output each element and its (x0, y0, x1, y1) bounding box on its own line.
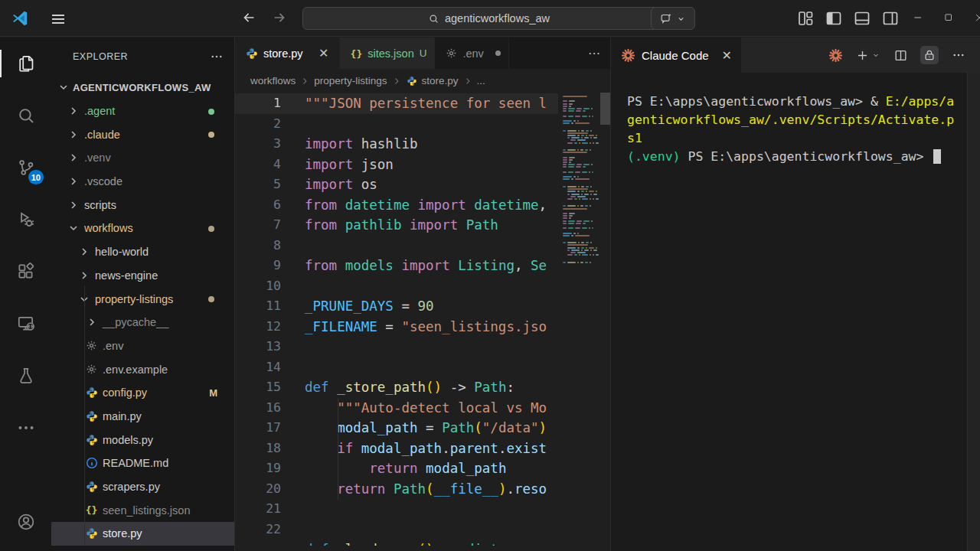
tree-file-.env[interactable]: .env (51, 334, 234, 358)
window-close-button[interactable] (971, 9, 980, 26)
breadcrumb[interactable]: workflowsproperty-listingsstore.py... (235, 69, 610, 93)
tree-file-store.py[interactable]: store.py (51, 522, 234, 546)
go-back-button[interactable] (240, 9, 257, 26)
activity-item-more-views[interactable] (0, 402, 51, 454)
copilot-menu-button[interactable] (651, 7, 695, 30)
tree-folder-scripts[interactable]: scripts (51, 193, 234, 217)
chevron-collapsed-icon (67, 129, 80, 141)
tree-folder-news-engine[interactable]: news-engine (51, 264, 234, 288)
breadcrumb-item[interactable]: ... (477, 75, 485, 86)
tree-folder-property-listings[interactable]: property-listings (51, 287, 234, 311)
minimap-line (563, 205, 607, 207)
remote-icon (16, 314, 36, 334)
editor-tab--env[interactable]: .env (435, 37, 508, 69)
window-maximize-button[interactable] (940, 9, 957, 26)
tree-folder-hello-world[interactable]: hello-world (51, 240, 234, 264)
activity-item-testing[interactable] (0, 350, 51, 402)
code-line-23[interactable]: def _load_seen() -> dict: (235, 540, 558, 546)
code-line-17[interactable]: 17 modal_path = Path("/data") (235, 418, 558, 439)
code-line-12[interactable]: 12_FILENAME = "seen_listings.jso (235, 317, 558, 337)
activity-item-search[interactable] (0, 90, 51, 142)
editor-tab-store-py[interactable]: store.py✕ (235, 37, 340, 69)
tree-file-scrapers.py[interactable]: scrapers.py (51, 475, 234, 499)
explorer-more-actions-button[interactable] (210, 50, 224, 64)
code-line-11[interactable]: 11_PRUNE_DAYS = 90 (235, 296, 558, 317)
split-editor-button[interactable] (891, 46, 910, 64)
code-line-7[interactable]: 7from pathlib import Path (235, 215, 558, 236)
tree-folder-agenticworkflows_aw[interactable]: AGENTICWORKFLOWS_AW (51, 76, 234, 99)
tree-item-label: .vscode (84, 175, 122, 187)
chevron-expanded-icon (67, 222, 80, 234)
tree-indent-guide (84, 285, 85, 544)
terminal-output[interactable]: PS E:\apps\agenticworkflows_aw> & E:/app… (611, 73, 980, 551)
tab-overflow-button[interactable]: ⋯ (588, 37, 610, 69)
code-line-15[interactable]: 15def _store_path() -> Path: (235, 377, 558, 398)
customize-layout-button[interactable] (796, 9, 815, 28)
line-number: 20 (235, 479, 281, 500)
code-line-16[interactable]: 16 """Auto-detect local vs Mo (235, 398, 558, 419)
activity-item-remote[interactable] (0, 298, 51, 350)
panel-header: Claude Code ✕ (611, 37, 980, 73)
tree-folder-.vscode[interactable]: .vscode (51, 170, 234, 194)
code-line-19[interactable]: 19 return modal_path (235, 458, 558, 479)
editor-tab-sites-json[interactable]: {}sites.jsonU (340, 37, 436, 69)
lock-button[interactable] (920, 46, 939, 64)
code-line-22[interactable]: 22 (235, 520, 558, 540)
window-minimize-button[interactable] (910, 9, 926, 26)
minimap[interactable] (558, 93, 610, 551)
claude-code-tab[interactable]: Claude Code ✕ (611, 37, 741, 73)
tree-folder-workflows[interactable]: workflows (51, 217, 234, 240)
code-line-9[interactable]: 9from models import Listing, Se (235, 256, 558, 276)
minimap-line (563, 155, 607, 156)
tree-file-seen_listings.json[interactable]: {}seen_listings.json (51, 498, 234, 522)
code-line-1[interactable]: 1"""JSON persistence for seen l (235, 93, 558, 114)
git-status-dot (208, 109, 214, 115)
terminal-scrollbar[interactable] (967, 73, 980, 551)
tree-file-config.py[interactable]: config.pyM (51, 381, 234, 405)
tree-file-readme.md[interactable]: README.md (51, 452, 234, 475)
activity-item-run-debug[interactable] (0, 194, 51, 246)
tree-folder-.venv[interactable]: .venv (51, 146, 234, 170)
close-panel-tab-icon[interactable]: ✕ (722, 48, 732, 63)
claude-launch-button[interactable] (826, 46, 844, 64)
minimap-line (563, 233, 607, 234)
tree-folder-.agent[interactable]: .agent (51, 99, 234, 123)
code-line-5[interactable]: 5import os (235, 174, 558, 195)
breadcrumb-item[interactable]: store.py (406, 75, 459, 87)
menu-hamburger-icon[interactable] (49, 10, 67, 27)
line-number: 17 (235, 418, 281, 439)
activity-item-extensions[interactable] (0, 246, 51, 298)
tree-file-main.py[interactable]: main.py (51, 405, 234, 429)
tree-file-models.py[interactable]: models.py (51, 428, 234, 452)
code-editor[interactable]: 1"""JSON persistence for seen l23import … (235, 93, 610, 551)
breadcrumb-item[interactable]: property-listings (314, 75, 387, 86)
code-line-10[interactable]: 10 (235, 276, 558, 297)
activity-item-explorer[interactable] (0, 37, 51, 90)
close-tab-icon[interactable]: ✕ (316, 46, 332, 60)
code-line-14[interactable]: 14 (235, 357, 558, 378)
toggle-panel-button[interactable] (853, 9, 871, 28)
tree-file-.env.example[interactable]: .env.example (51, 357, 234, 381)
code-line-4[interactable]: 4import json (235, 155, 558, 175)
code-line-6[interactable]: 6from datetime import datetime, (235, 195, 558, 216)
activity-item-accounts[interactable] (0, 493, 51, 551)
tree-folder-__pycache__[interactable]: __pycache__ (51, 311, 234, 334)
code-line-8[interactable]: 8 (235, 236, 558, 256)
command-center-search[interactable]: agenticworkflows_aw (302, 7, 675, 30)
toggle-primary-sidebar-button[interactable] (825, 9, 843, 28)
tab-label: store.py (263, 47, 303, 60)
code-line-13[interactable]: 13 (235, 337, 558, 357)
code-line-18[interactable]: 18 if modal_path.parent.exist (235, 439, 558, 459)
code-line-21[interactable]: 21 (235, 499, 558, 520)
go-forward-button[interactable] (271, 9, 288, 26)
editor-scrollbar[interactable] (600, 93, 610, 125)
code-line-20[interactable]: 20 return Path(__file__).reso (235, 479, 558, 500)
panel-more-actions-button[interactable] (949, 46, 968, 64)
toggle-secondary-sidebar-button[interactable] (881, 9, 900, 28)
tree-folder-.claude[interactable]: .claude (51, 122, 234, 146)
activity-item-source-control[interactable]: 10 (0, 142, 51, 194)
code-line-3[interactable]: 3import hashlib (235, 134, 558, 155)
breadcrumb-item[interactable]: workflows (250, 75, 296, 86)
code-line-2[interactable]: 2 (235, 114, 558, 135)
new-session-button[interactable] (855, 46, 880, 64)
